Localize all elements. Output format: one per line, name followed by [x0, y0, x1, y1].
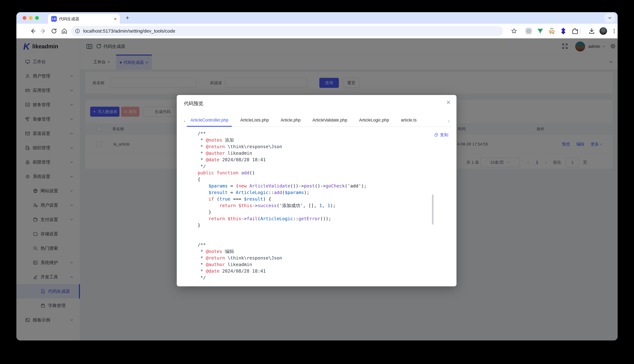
- downloads-icon[interactable]: [587, 27, 596, 35]
- code-line: }: [198, 222, 432, 228]
- modal-close-icon[interactable]: ×: [446, 99, 450, 106]
- file-tab-ArticleValidate.php[interactable]: ArticleValidate.php: [312, 118, 347, 122]
- code-line: public function add(): [198, 170, 432, 176]
- code-line: * @author likeadmin: [198, 261, 432, 268]
- code-line: */: [198, 163, 432, 170]
- code-line: if (true === $result) {: [198, 196, 432, 202]
- code-line: * @date 2024/08/28 18:41: [198, 156, 432, 163]
- sq-extension-icon[interactable]: SQ: [548, 27, 556, 35]
- svg-text:SQ: SQ: [549, 30, 554, 34]
- file-tab-Article.php[interactable]: Article.php: [281, 118, 300, 122]
- browser-window: LA 代码生成器 × + loc: [16, 12, 618, 340]
- code-line: return $this->success('添加成功', [], 1, 1);: [198, 202, 432, 209]
- browser-menu-icon[interactable]: [611, 27, 617, 35]
- code-scrollbar-thumb[interactable]: [432, 194, 434, 224]
- file-tab-ArticleLogic.php[interactable]: ArticleLogic.php: [359, 118, 389, 122]
- tab-favicon: LA: [51, 16, 57, 22]
- new-tab-button[interactable]: +: [126, 14, 129, 21]
- vue-devtools-extension-icon[interactable]: [536, 27, 544, 35]
- browser-profile-avatar[interactable]: [599, 27, 608, 35]
- copy-label: 复制: [440, 132, 448, 138]
- code-line: return $this->fail(ArticleLogic::getErro…: [198, 215, 432, 222]
- forward-icon[interactable]: [40, 27, 47, 35]
- url-text: localhost:5173/admin/setting/dev_tools/c…: [83, 28, 175, 34]
- browser-tab-strip: LA 代码生成器 × +: [16, 12, 618, 24]
- active-tab-underline: [187, 126, 232, 127]
- code-line: $params = (new ArticleValidate())->post(…: [198, 182, 432, 189]
- code-line: $result = ArticleLogic::add($params);: [198, 189, 432, 196]
- tabs-scroll-left-icon[interactable]: ‹: [184, 118, 186, 124]
- code-line: * @return \think\response\Json: [198, 143, 432, 150]
- modal-file-tabs: ArticleController.phpArticleLists.phpArt…: [190, 118, 417, 122]
- code-line: }: [198, 209, 432, 215]
- minimize-window-button[interactable]: [29, 16, 32, 20]
- code-line: * @return \think\response\Json: [198, 255, 432, 261]
- file-tab-ArticleController.php[interactable]: ArticleController.php: [190, 118, 228, 122]
- reload-icon[interactable]: [50, 27, 58, 35]
- react-devtools-extension-icon[interactable]: [524, 27, 533, 35]
- file-tab-article.ts[interactable]: article.ts: [401, 118, 417, 122]
- code-line: * @author likeadmin: [198, 150, 432, 156]
- code-line: /**: [198, 130, 432, 137]
- browser-tab[interactable]: LA 代码生成器 ×: [48, 14, 120, 24]
- code-preview-modal: 代码预览 × ‹ ArticleController.phpArticleLis…: [177, 95, 456, 286]
- tabs-scroll-right-icon[interactable]: ›: [448, 118, 450, 124]
- copy-button[interactable]: 复制: [434, 132, 448, 138]
- extensions-puzzle-icon[interactable]: [570, 27, 579, 35]
- traffic-lights: [22, 16, 39, 20]
- bookmark-star-icon[interactable]: [509, 27, 519, 35]
- site-info-icon[interactable]: [75, 28, 80, 34]
- back-icon[interactable]: [29, 27, 37, 35]
- code-line: * @notes 添加: [198, 137, 432, 143]
- code-line: [198, 235, 432, 242]
- screenshot-stage: LA 代码生成器 × + loc: [0, 0, 634, 364]
- modal-title: 代码预览: [184, 100, 203, 107]
- close-window-button[interactable]: [22, 16, 26, 20]
- code-block[interactable]: /** * @notes 添加 * @return \think\respons…: [198, 130, 432, 282]
- tab-close-icon[interactable]: ×: [114, 16, 117, 21]
- code-line: /**: [198, 242, 432, 248]
- file-tab-ArticleLists.php[interactable]: ArticleLists.php: [240, 118, 269, 122]
- zoom-window-button[interactable]: [35, 16, 39, 20]
- url-bar[interactable]: localhost:5173/admin/setting/dev_tools/c…: [71, 26, 503, 36]
- tab-title: 代码生成器: [59, 16, 112, 22]
- home-icon[interactable]: [60, 27, 68, 35]
- code-line: public function edit(): [198, 281, 432, 282]
- tab-search-chevron-icon[interactable]: [604, 14, 615, 22]
- copy-icon: [434, 133, 438, 137]
- browser-toolbar: localhost:5173/admin/setting/dev_tools/c…: [16, 24, 618, 38]
- code-line: */: [198, 274, 432, 281]
- toolbar-separator: [580, 28, 580, 34]
- code-line: * @date 2024/08/28 18:41: [198, 268, 432, 274]
- diamond-extension-icon[interactable]: [559, 27, 568, 35]
- code-line: {: [198, 176, 432, 182]
- code-line: * @notes 编辑: [198, 248, 432, 255]
- code-line: [198, 228, 432, 235]
